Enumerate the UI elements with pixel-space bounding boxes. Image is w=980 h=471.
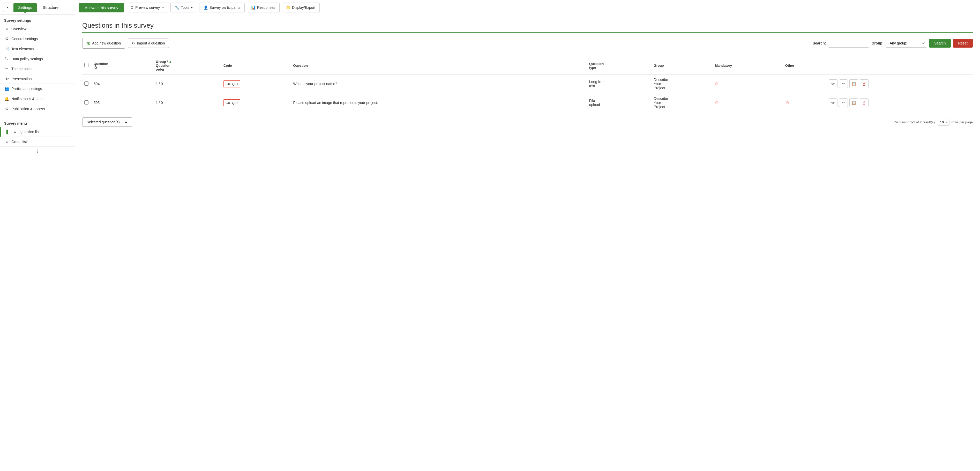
question-code: G01Q02	[221, 93, 291, 112]
sidebar-item-label: Overview	[11, 27, 26, 31]
question-mandatory: ⊘	[713, 93, 783, 112]
sidebar-item-theme-options[interactable]: ✏ Theme options	[0, 64, 75, 74]
pencil-icon: ✏	[4, 67, 9, 71]
view-question-button[interactable]: 👁	[829, 98, 837, 107]
questions-table: QuestionID Group / ▲Questionorder Code Q…	[82, 57, 973, 112]
activate-survey-button[interactable]: Activate this survey	[79, 3, 124, 13]
sidebar: ‹ Settings Structure Survey settings ≡ O…	[0, 0, 75, 471]
edit-question-button[interactable]: ✏	[839, 98, 848, 107]
gear-icon: ⚙	[4, 37, 9, 41]
copy-question-button[interactable]: 📋	[850, 80, 858, 88]
delete-question-button[interactable]: 🗑	[860, 98, 869, 107]
col-code: Code	[221, 57, 291, 74]
tab-structure[interactable]: Structure	[38, 3, 64, 12]
sidebar-item-label: Theme options	[11, 67, 35, 71]
group-label: Group:	[871, 41, 883, 45]
sidebar-item-label: Publication & access	[11, 107, 45, 111]
col-question-id: QuestionID	[92, 57, 154, 74]
chevron-down-icon: ▾	[191, 5, 192, 10]
question-mandatory: ⊘	[713, 74, 783, 93]
preview-survey-button[interactable]: ⚙ Preview survey ↗	[126, 3, 169, 13]
tab-settings[interactable]: Settings	[13, 3, 37, 12]
menu-icon: ≡	[13, 130, 18, 134]
sidebar-item-presentation[interactable]: 👁 Presentation	[0, 74, 75, 84]
col-other: Other	[783, 57, 827, 74]
sidebar-item-data-policy[interactable]: 🛡 Data policy settings	[0, 54, 75, 64]
question-text: What is your project name?	[291, 74, 587, 93]
view-question-button[interactable]: 👁	[829, 80, 837, 88]
code-badge: G01Q02	[223, 99, 240, 106]
bottom-bar: Selected question(s)... ▲ Displaying 1-2…	[82, 118, 973, 127]
sidebar-item-label: Presentation	[11, 77, 32, 81]
copy-question-button[interactable]: 📋	[850, 98, 858, 107]
question-code: G01Q01	[221, 74, 291, 93]
responses-button[interactable]: 📊 Responses	[247, 3, 280, 13]
display-export-button[interactable]: 📁 Display/Export	[282, 3, 320, 13]
sidebar-item-question-list[interactable]: ▌ ≡ Question list ›	[0, 127, 75, 137]
import-question-button[interactable]: ⟳ Import a question	[128, 38, 169, 48]
tools-icon: 🔧	[175, 5, 179, 10]
col-question: Question	[291, 57, 587, 74]
col-group-order[interactable]: Group / ▲Questionorder	[154, 57, 221, 74]
table-row: 594 1 / 0 G01Q01 What is your project na…	[82, 74, 973, 93]
question-type: Long freetext	[587, 74, 652, 93]
search-section: Search: Group: (Any group) Search Reset	[813, 39, 973, 48]
mandatory-disabled-icon: ⊘	[715, 81, 719, 86]
sidebar-item-label: General settings	[11, 37, 38, 41]
external-link-icon: ↗	[161, 6, 164, 9]
people-icon: 👥	[4, 86, 9, 91]
group-select[interactable]: (Any group)	[886, 39, 927, 48]
question-other: ⊘	[783, 93, 827, 112]
row-actions: 👁 ✏ 📋 🗑	[829, 80, 971, 88]
sidebar-item-label: Question list	[20, 130, 40, 134]
search-input[interactable]	[828, 39, 869, 48]
results-info: Displaying 1-2 of 2 result(s). 10 rows p…	[894, 119, 973, 126]
row-checkbox[interactable]	[84, 81, 89, 86]
back-button[interactable]: ‹	[3, 3, 13, 12]
col-question-type: Questiontype	[587, 57, 652, 74]
plus-icon: ⊕	[87, 40, 91, 46]
col-actions	[827, 57, 973, 74]
survey-participants-button[interactable]: 👤 Survey participants	[199, 3, 245, 13]
delete-question-button[interactable]: 🗑	[860, 80, 869, 88]
sidebar-item-text-elements[interactable]: 📄 Text elements	[0, 44, 75, 54]
action-bar: ⊕ Add new question ⟳ Import a question S…	[82, 38, 973, 49]
chevron-up-icon: ▲	[124, 120, 128, 124]
selected-questions-button[interactable]: Selected question(s)... ▲	[82, 118, 132, 127]
add-question-button[interactable]: ⊕ Add new question	[82, 38, 125, 49]
select-all-checkbox[interactable]	[84, 63, 89, 67]
list-icon: ≡	[4, 27, 9, 31]
tools-button[interactable]: 🔧 Tools ▾	[170, 3, 197, 13]
grid-icon: ≡	[4, 139, 9, 144]
rows-per-page-select[interactable]: 10	[938, 119, 950, 126]
edit-question-button[interactable]: ✏	[839, 80, 848, 88]
other-disabled-icon: ⊘	[785, 100, 789, 105]
question-order: 1 / 0	[154, 74, 221, 93]
reset-button[interactable]: Reset	[953, 39, 973, 48]
question-group: DescribeYourProject	[652, 93, 713, 112]
sidebar-item-label: Participant settings	[11, 87, 42, 91]
sidebar-item-publication-access[interactable]: ⚙ Publication & access	[0, 104, 75, 114]
row-checkbox[interactable]	[84, 100, 89, 105]
mandatory-disabled-icon: ⊘	[715, 100, 719, 105]
eye-icon: 👁	[4, 76, 9, 81]
sidebar-item-participant-settings[interactable]: 👥 Participant settings	[0, 84, 75, 94]
sidebar-item-group-list[interactable]: ≡ Group list	[0, 137, 75, 146]
sidebar-item-label: Data policy settings	[11, 57, 43, 61]
sidebar-item-overview[interactable]: ≡ Overview	[0, 24, 75, 34]
shield-icon: 🛡	[4, 57, 9, 61]
bell-icon: 🔔	[4, 97, 9, 101]
sidebar-item-general-settings[interactable]: ⚙ General settings	[0, 34, 75, 44]
settings-icon: ⚙	[4, 107, 9, 111]
survey-menu-title: Survey menu	[0, 118, 75, 127]
search-button[interactable]: Search	[929, 39, 951, 48]
survey-settings-title: Survey settings	[0, 15, 75, 24]
question-other	[783, 74, 827, 93]
sidebar-item-notifications[interactable]: 🔔 Notifications & data	[0, 94, 75, 104]
gear-small-icon: ⚙	[130, 5, 134, 10]
chevron-right-icon: ›	[70, 130, 71, 134]
question-group: DescribeYourProject	[652, 74, 713, 93]
page-content: Questions in this survey ⊕ Add new quest…	[75, 15, 980, 471]
title-divider	[82, 32, 973, 33]
row-actions: 👁 ✏ 📋 🗑	[829, 98, 971, 107]
